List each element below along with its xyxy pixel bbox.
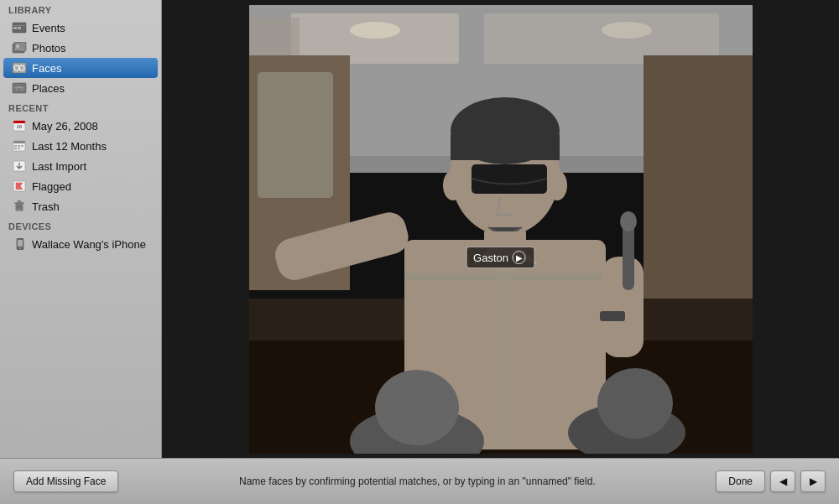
svg-point-36	[602, 22, 652, 39]
instruction-text: Name faces by confirming potential match…	[118, 475, 716, 489]
svg-rect-45	[497, 240, 513, 449]
recent-section-header: RECENT	[0, 98, 161, 116]
sidebar-item-places[interactable]: Places	[0, 78, 161, 98]
svg-point-60	[597, 368, 673, 439]
bottom-right: Done ◀ ▶	[716, 470, 826, 492]
svg-rect-15	[13, 141, 25, 143]
svg-rect-39	[644, 55, 753, 307]
places-icon	[12, 81, 27, 96]
last12months-label: Last 12 Months	[32, 140, 107, 153]
photos-icon	[12, 40, 27, 55]
trash-icon	[12, 199, 27, 214]
iphone-label: Wallace Wang's iPhone	[32, 238, 146, 251]
flagged-label: Flagged	[32, 180, 71, 193]
face-tag: Gaston ▶	[466, 247, 535, 268]
face-tag-name: Gaston	[473, 252, 508, 264]
lastimport-icon	[12, 158, 27, 174]
svg-rect-16	[14, 145, 17, 147]
svg-rect-1	[13, 25, 25, 26]
instruction-label: Name faces by confirming potential match…	[239, 475, 596, 487]
svg-point-35	[350, 22, 400, 39]
svg-point-28	[19, 247, 21, 249]
svg-rect-20	[18, 148, 20, 149]
svg-rect-17	[18, 145, 20, 147]
svg-rect-48	[623, 223, 634, 290]
sidebar-item-trash[interactable]: Trash	[0, 196, 161, 216]
places-label: Places	[32, 82, 65, 95]
sidebar-item-events[interactable]: Events	[0, 18, 161, 38]
sidebar-item-may26[interactable]: 26 May 26, 2008	[0, 116, 161, 136]
svg-rect-12	[13, 121, 25, 123]
sidebar-item-faces[interactable]: Faces	[3, 58, 158, 78]
svg-rect-3	[18, 27, 21, 29]
trash-label: Trash	[32, 200, 60, 213]
events-icon	[12, 20, 27, 35]
sidebar-item-flagged[interactable]: Flagged	[0, 176, 161, 196]
main-content: Gaston ▶	[162, 0, 839, 458]
sidebar-item-lastimport[interactable]: Last Import	[0, 156, 161, 176]
svg-rect-18	[21, 145, 23, 147]
date-icon: 26	[12, 118, 27, 133]
sidebar-item-photos[interactable]: Photos	[0, 38, 161, 58]
faces-icon	[12, 60, 27, 75]
svg-point-55	[547, 170, 567, 200]
app-container: LIBRARY Events Phot	[0, 0, 839, 458]
photos-label: Photos	[32, 42, 65, 55]
nav-next-button[interactable]: ▶	[800, 470, 826, 492]
faces-label: Faces	[32, 62, 61, 75]
devices-section-header: DEVICES	[0, 216, 161, 234]
sidebar-item-iphone[interactable]: Wallace Wang's iPhone	[0, 234, 161, 254]
svg-rect-61	[600, 311, 625, 321]
face-tag-arrow: ▶	[513, 251, 526, 264]
svg-text:26: 26	[17, 124, 23, 129]
svg-rect-53	[472, 164, 547, 194]
svg-rect-38	[258, 72, 333, 198]
events-label: Events	[32, 22, 65, 34]
svg-point-54	[443, 170, 463, 200]
add-missing-face-button[interactable]: Add Missing Face	[13, 470, 118, 492]
sidebar: LIBRARY Events Phot	[0, 0, 162, 458]
photo-area: Gaston ▶	[249, 5, 753, 454]
bottom-bar: Add Missing Face Name faces by confirmin…	[0, 458, 839, 504]
lastimport-label: Last Import	[32, 160, 86, 173]
last12months-icon	[12, 138, 27, 153]
library-section-header: LIBRARY	[0, 0, 161, 18]
svg-point-6	[16, 44, 19, 48]
photo-image	[249, 5, 753, 454]
svg-point-58	[375, 370, 459, 445]
bottom-left: Add Missing Face	[13, 470, 118, 492]
svg-rect-27	[18, 240, 23, 247]
svg-rect-19	[14, 148, 17, 149]
done-button[interactable]: Done	[716, 470, 765, 492]
sidebar-item-last12months[interactable]: Last 12 Months	[0, 136, 161, 156]
svg-rect-2	[13, 27, 17, 29]
svg-rect-52	[451, 135, 560, 160]
nav-prev-button[interactable]: ◀	[770, 470, 795, 492]
iphone-icon	[12, 236, 27, 252]
flagged-icon	[12, 179, 27, 194]
svg-point-49	[620, 211, 637, 231]
may26-label: May 26, 2008	[32, 120, 98, 132]
